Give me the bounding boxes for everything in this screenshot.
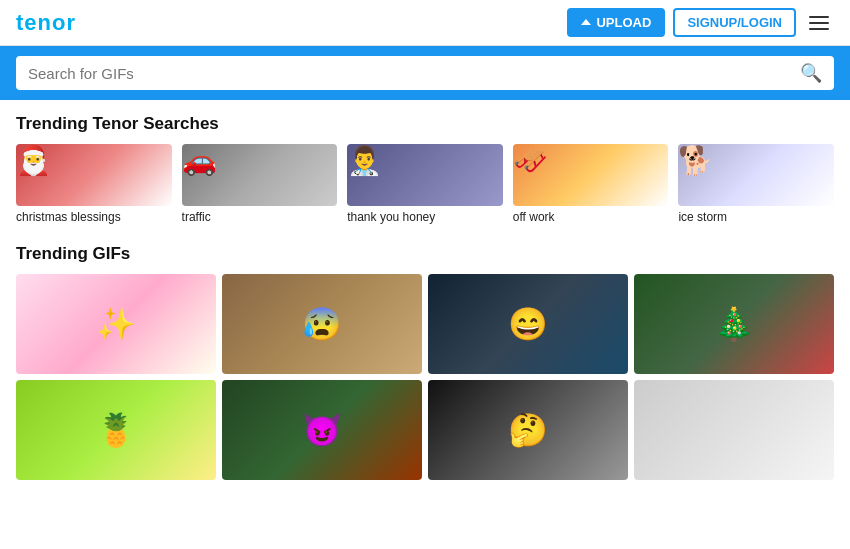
trending-search-thumb: 🎅 (16, 144, 172, 206)
trending-search-item-traffic[interactable]: 🚗 traffic (182, 144, 338, 224)
trending-search-emoji: 🐕 (678, 145, 713, 176)
signup-button[interactable]: SIGNUP/LOGIN (673, 8, 796, 37)
trending-search-label: thank you honey (347, 210, 503, 224)
logo: tenor (16, 10, 76, 36)
content: Trending Tenor Searches 🎅 christmas bles… (0, 100, 850, 494)
trending-searches-title: Trending Tenor Searches (16, 114, 834, 134)
search-input[interactable] (28, 65, 792, 82)
upload-arrow-icon (581, 19, 591, 25)
gif-emoji: 🎄 (714, 305, 754, 343)
search-bar: 🔍 (16, 56, 834, 90)
upload-label: UPLOAD (596, 15, 651, 30)
gif-emoji: 😈 (302, 411, 342, 449)
trending-search-emoji: 🎅 (16, 145, 51, 176)
trending-searches-list: 🎅 christmas blessings 🚗 traffic 👨‍⚕️ tha… (16, 144, 834, 224)
gif-emoji: 🤔 (508, 411, 548, 449)
gif-item-gif-pineapple[interactable]: 🍍 (16, 380, 216, 480)
gif-emoji: 😄 (508, 305, 548, 343)
trending-search-label: traffic (182, 210, 338, 224)
gif-item-gif-bw[interactable]: 🤔 (428, 380, 628, 480)
trending-search-item-ice-storm[interactable]: 🐕 ice storm (678, 144, 834, 224)
trending-search-thumb: 🚗 (182, 144, 338, 206)
gif-placeholder: 😰 (222, 274, 422, 374)
search-bar-wrapper: 🔍 (0, 46, 850, 100)
upload-button[interactable]: UPLOAD (567, 8, 665, 37)
gif-item-gif-grinch[interactable]: 😈 (222, 380, 422, 480)
trending-gifs-grid: ✨ 😰 😄 🎄 🍍 😈 🤔 (16, 274, 834, 480)
trending-search-thumb: 🐕 (678, 144, 834, 206)
header: tenor UPLOAD SIGNUP/LOGIN (0, 0, 850, 46)
gif-placeholder: 🤔 (428, 380, 628, 480)
gif-item-gif-xmas[interactable]: 🎄 (634, 274, 834, 374)
trending-search-item-christmas-blessings[interactable]: 🎅 christmas blessings (16, 144, 172, 224)
trending-search-emoji: 🛷 (513, 145, 548, 176)
gif-item-gif-friends[interactable]: 😰 (222, 274, 422, 374)
trending-gifs-title: Trending GIFs (16, 244, 834, 264)
trending-search-emoji: 👨‍⚕️ (347, 145, 382, 176)
hamburger-line (809, 22, 829, 24)
header-right: UPLOAD SIGNUP/LOGIN (567, 8, 834, 37)
trending-search-thumb: 👨‍⚕️ (347, 144, 503, 206)
menu-button[interactable] (804, 11, 834, 35)
gif-emoji: 🍍 (96, 411, 136, 449)
trending-search-label: christmas blessings (16, 210, 172, 224)
gif-placeholder (634, 380, 834, 480)
gif-placeholder: 🍍 (16, 380, 216, 480)
trending-search-emoji: 🚗 (182, 145, 217, 176)
hamburger-line (809, 28, 829, 30)
gif-item-gif-talk[interactable]: 😄 (428, 274, 628, 374)
trending-search-item-thank-you-honey[interactable]: 👨‍⚕️ thank you honey (347, 144, 503, 224)
gif-emoji: ✨ (96, 305, 136, 343)
gif-item-gif-grey[interactable] (634, 380, 834, 480)
gif-placeholder: 😄 (428, 274, 628, 374)
gif-placeholder: ✨ (16, 274, 216, 374)
gif-emoji: 😰 (302, 305, 342, 343)
trending-search-thumb: 🛷 (513, 144, 669, 206)
trending-search-label: ice storm (678, 210, 834, 224)
gif-item-gif-anime[interactable]: ✨ (16, 274, 216, 374)
gif-placeholder: 🎄 (634, 274, 834, 374)
trending-search-label: off work (513, 210, 669, 224)
search-icon: 🔍 (800, 62, 822, 84)
hamburger-line (809, 16, 829, 18)
trending-search-item-off-work[interactable]: 🛷 off work (513, 144, 669, 224)
gif-placeholder: 😈 (222, 380, 422, 480)
